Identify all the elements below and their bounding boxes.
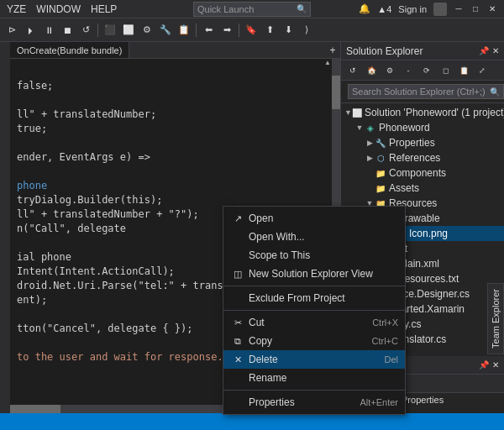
cm-new-view-label: New Solution Explorer View (249, 268, 373, 280)
maximize-btn[interactable]: □ (470, 4, 480, 14)
properties-icon: 🔧 (375, 137, 386, 149)
cm-copy[interactable]: ⧉ Copy Ctrl+C (223, 332, 405, 350)
cm-copy-label: Copy (249, 335, 272, 347)
cm-open-with-label: Open With... (249, 231, 305, 243)
references-icon: ⬡ (375, 152, 386, 164)
cm-cut-label: Cut (249, 317, 265, 328)
menu-yze[interactable]: YZE (7, 3, 26, 15)
signin-label[interactable]: Sign in (398, 4, 427, 14)
cm-cut-shortcut: Ctrl+X (372, 317, 398, 328)
references-arrow: ▶ (365, 154, 375, 162)
menu-help[interactable]: HELP (91, 3, 117, 15)
se-pin-btn[interactable]: 📌 (479, 46, 489, 55)
toolbar-btn-14[interactable]: ⬇ (280, 22, 297, 39)
toolbar-btn-4[interactable]: ⏹ (59, 22, 76, 39)
context-menu: ↗ Open Open With... Scope to This ◫ New … (223, 206, 406, 415)
scroll-top-btn[interactable]: ▲ (323, 59, 332, 66)
cm-cut[interactable]: ✂ Cut Ctrl+X (223, 313, 405, 332)
cm-exclude[interactable]: Exclude From Project (223, 289, 405, 307)
cm-new-view[interactable]: ◫ New Solution Explorer View (223, 265, 405, 283)
cm-open-with[interactable]: Open With... (223, 228, 405, 246)
tree-properties[interactable]: ▶ 🔧 Properties (341, 135, 504, 150)
se-filter-btn[interactable]: - (400, 62, 417, 79)
cm-cut-icon: ✂ (230, 317, 245, 328)
tree-solution[interactable]: ▼ ⬜ Solution 'Phoneword' (1 project) (341, 105, 504, 120)
se-new-btn[interactable]: 🏠 (363, 62, 380, 79)
tree-phoneword[interactable]: ▼ ◈ Phoneword (341, 120, 504, 135)
se-close-btn[interactable]: ✕ (492, 46, 499, 55)
props-title-btns: 📌 ✕ (479, 360, 499, 370)
components-icon: 📁 (375, 167, 386, 179)
cm-sep-3 (223, 390, 405, 391)
cm-copy-shortcut: Ctrl+C (372, 336, 398, 346)
main-toolbar: ⊳ ⏵ ⏸ ⏹ ↺ ⬛ ⬜ ⚙ 🔧 📋 ⬅ ➡ 🔖 ⬆ ⬇ ⟩ (0, 18, 504, 42)
cm-rename[interactable]: Rename (223, 369, 405, 387)
se-refresh-btn[interactable]: ⟳ (418, 62, 435, 79)
toolbar-sep-1 (97, 24, 98, 37)
signal-icon: ▲4 (377, 4, 391, 14)
code-margin (0, 42, 10, 413)
toolbar-btn-1[interactable]: ⊳ (3, 22, 20, 39)
cm-open-icon: ↗ (230, 213, 245, 224)
cm-exclude-label: Exclude From Project (249, 292, 345, 304)
close-btn[interactable]: ✕ (487, 4, 497, 14)
code-tab-oncreate[interactable]: OnCreate(Bundle bundle) (10, 42, 129, 58)
team-explorer-tab[interactable]: Team Explorer (487, 283, 504, 354)
cm-open[interactable]: ↗ Open (223, 209, 405, 228)
cm-open-label: Open (249, 212, 273, 224)
solution-label: Solution 'Phoneword' (1 project) (365, 107, 504, 118)
icon-png-label: Icon.png (409, 228, 448, 239)
toolbar-btn-5[interactable]: ↺ (77, 22, 94, 39)
se-collapse-btn[interactable]: ◻ (437, 62, 454, 79)
cm-properties-label: Properties (249, 396, 295, 408)
cm-sep-1 (223, 286, 405, 286)
se-search-bar: Search Solution Explorer (Ctrl+;) 🔍 (341, 81, 504, 103)
cm-delete-shortcut: Del (384, 354, 398, 364)
code-vscroll-thumb[interactable] (332, 76, 340, 109)
menu-bar: YZE WINDOW HELP Quick Launch 🔍 🔔 ▲4 Sign… (0, 0, 504, 18)
solution-explorer-title: Solution Explorer (346, 45, 423, 57)
toolbar-btn-6[interactable]: ⬛ (102, 22, 118, 39)
toolbar-btn-10[interactable]: 📋 (176, 22, 192, 39)
cm-scope[interactable]: Scope to This (223, 246, 405, 265)
toolbar-btn-11[interactable]: ⬅ (200, 22, 217, 39)
tree-components[interactable]: ▶ 📁 Components (341, 165, 504, 181)
phoneword-icon: ◈ (365, 122, 376, 134)
cm-delete[interactable]: ✕ Delete Del (223, 350, 405, 369)
toolbar-btn-12[interactable]: ➡ (218, 22, 235, 39)
title-bar-controls: 🔔 ▲4 Sign in ─ □ ✕ (359, 3, 497, 16)
split-btn[interactable]: + (325, 42, 340, 58)
toolbar-btn-2[interactable]: ⏵ (22, 22, 39, 39)
toolbar-sep-2 (196, 24, 197, 37)
menu-window[interactable]: WINDOW (36, 3, 81, 15)
tree-references[interactable]: ▶ ⬡ References (341, 150, 504, 165)
se-title-buttons: 📌 ✕ (479, 46, 499, 55)
se-search-placeholder: Search Solution Explorer (Ctrl+;) (352, 87, 486, 97)
assets-icon: 📁 (375, 182, 386, 194)
cm-scope-label: Scope to This (249, 249, 310, 261)
cm-rename-label: Rename (249, 372, 286, 384)
references-label: References (389, 152, 440, 164)
quick-launch-input[interactable]: Quick Launch 🔍 (193, 2, 311, 17)
se-sync-btn[interactable]: ↺ (344, 62, 361, 79)
se-props-btn[interactable]: ⚙ (381, 62, 398, 79)
toolbar-btn-13[interactable]: ⬆ (261, 22, 278, 39)
se-toolbar: ↺ 🏠 ⚙ - ⟳ ◻ 📋 ⤢ (341, 60, 504, 81)
cm-properties[interactable]: Properties Alt+Enter (223, 393, 405, 412)
props-close-btn[interactable]: ✕ (492, 360, 499, 370)
code-hscroll-thumb[interactable] (10, 405, 60, 413)
tree-assets[interactable]: ▶ 📁 Assets (341, 181, 504, 196)
se-expand-btn[interactable]: ⤢ (474, 62, 491, 79)
toolbar-btn-15[interactable]: ⟩ (298, 22, 315, 39)
minimize-btn[interactable]: ─ (454, 4, 464, 14)
toolbar-btn-8[interactable]: ⚙ (139, 22, 155, 39)
se-search-icon: 🔍 (490, 87, 500, 97)
toolbar-btn-9[interactable]: 🔧 (157, 22, 174, 39)
toolbar-bookmark[interactable]: 🔖 (243, 22, 260, 39)
se-search-input[interactable]: Search Solution Explorer (Ctrl+;) 🔍 (348, 84, 504, 99)
toolbar-btn-7[interactable]: ⬜ (120, 22, 137, 39)
props-pin-btn[interactable]: 📌 (479, 360, 489, 370)
search-icon: 🔍 (297, 4, 307, 13)
se-pin2-btn[interactable]: 📋 (455, 62, 472, 79)
toolbar-btn-3[interactable]: ⏸ (40, 22, 57, 39)
